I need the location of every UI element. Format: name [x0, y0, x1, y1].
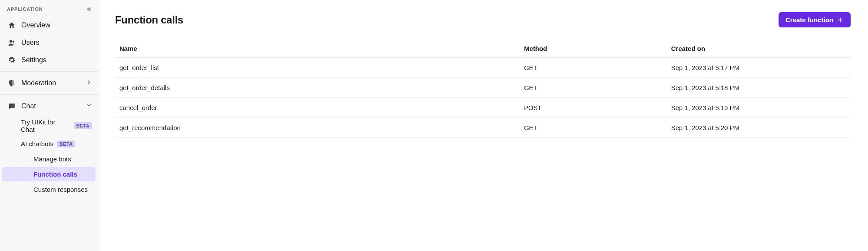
shield-icon — [7, 78, 17, 88]
sidebar-item-label: Chat — [21, 102, 36, 110]
table-cell-created: Sep 1, 2023 at 5:20 PM — [667, 118, 851, 138]
sidebar-item-label: Users — [21, 39, 40, 47]
sidebar-item-label: Manage bots — [33, 155, 71, 163]
divider — [0, 94, 99, 95]
sidebar-item-custom-responses[interactable]: Custom responses — [2, 182, 96, 197]
table-cell-method: GET — [520, 58, 667, 78]
sidebar-item-settings[interactable]: Settings — [0, 51, 99, 69]
sidebar-item-ai-chatbots[interactable]: AI chatbots BETA — [0, 137, 99, 151]
sidebar-item-manage-bots[interactable]: Manage bots — [2, 152, 96, 166]
table-cell-name: cancel_order — [115, 98, 520, 118]
table-header-method: Method — [520, 40, 667, 58]
table-cell-created: Sep 1, 2023 at 5:18 PM — [667, 78, 851, 98]
chatbot-subnav: Manage bots Function calls Custom respon… — [0, 152, 99, 197]
sidebar-item-function-calls[interactable]: Function calls — [2, 167, 96, 181]
sidebar-item-moderation[interactable]: Moderation — [0, 74, 99, 92]
page-title: Function calls — [115, 14, 183, 26]
table-cell-name: get_order_details — [115, 78, 520, 98]
beta-badge: BETA — [74, 122, 92, 129]
table-cell-method: POST — [520, 98, 667, 118]
sidebar-item-label: Custom responses — [33, 186, 88, 193]
page-header: Function calls Create function — [115, 12, 851, 27]
sidebar-item-users[interactable]: Users — [0, 34, 99, 51]
beta-badge: BETA — [57, 141, 75, 147]
chevron-down-icon — [86, 102, 92, 110]
sidebar-item-label: Settings — [21, 56, 46, 64]
users-icon — [7, 38, 17, 47]
functions-table: Name Method Created on get_order_listGET… — [115, 40, 851, 138]
sidebar-item-label: Function calls — [33, 171, 77, 178]
svg-point-1 — [13, 41, 15, 43]
chat-icon — [7, 101, 17, 111]
table-header-created: Created on — [667, 40, 851, 58]
table-cell-created: Sep 1, 2023 at 5:19 PM — [667, 98, 851, 118]
table-row[interactable]: get_recommendationGETSep 1, 2023 at 5:20… — [115, 118, 851, 138]
sidebar-item-label: Overview — [21, 21, 50, 29]
sidebar-item-try-uikit[interactable]: Try UIKit for Chat BETA — [0, 115, 99, 137]
sidebar-item-label: Moderation — [21, 79, 56, 87]
divider — [0, 71, 99, 72]
gear-icon — [7, 55, 17, 65]
chevron-right-icon — [86, 79, 92, 87]
table-header-name: Name — [115, 40, 520, 58]
home-icon — [7, 20, 17, 30]
chat-subnav: Try UIKit for Chat BETA AI chatbots BETA… — [0, 115, 99, 197]
sidebar-item-label: AI chatbots — [21, 140, 53, 147]
sidebar: APPLICATION Overview Users Settings — [0, 0, 99, 251]
button-label: Create function — [785, 16, 833, 23]
table-row[interactable]: get_order_detailsGETSep 1, 2023 at 5:18 … — [115, 78, 851, 98]
table-cell-method: GET — [520, 78, 667, 98]
svg-point-0 — [10, 40, 12, 43]
chevron-double-left-icon — [86, 6, 92, 12]
main-content: Function calls Create function Name Meth… — [99, 0, 868, 251]
table-row[interactable]: get_order_listGETSep 1, 2023 at 5:17 PM — [115, 58, 851, 78]
create-function-button[interactable]: Create function — [779, 12, 851, 27]
sidebar-item-label: Try UIKit for Chat — [21, 118, 70, 133]
plus-icon — [837, 17, 844, 23]
table-cell-name: get_order_list — [115, 58, 520, 78]
table-cell-name: get_recommendation — [115, 118, 520, 138]
sidebar-header: APPLICATION — [0, 6, 99, 17]
table-cell-created: Sep 1, 2023 at 5:17 PM — [667, 58, 851, 78]
table-row[interactable]: cancel_orderPOSTSep 1, 2023 at 5:19 PM — [115, 98, 851, 118]
sidebar-section-label: APPLICATION — [7, 7, 43, 12]
sidebar-item-chat[interactable]: Chat — [0, 97, 99, 115]
sidebar-item-overview[interactable]: Overview — [0, 17, 99, 34]
table-cell-method: GET — [520, 118, 667, 138]
collapse-sidebar-button[interactable] — [86, 6, 92, 12]
